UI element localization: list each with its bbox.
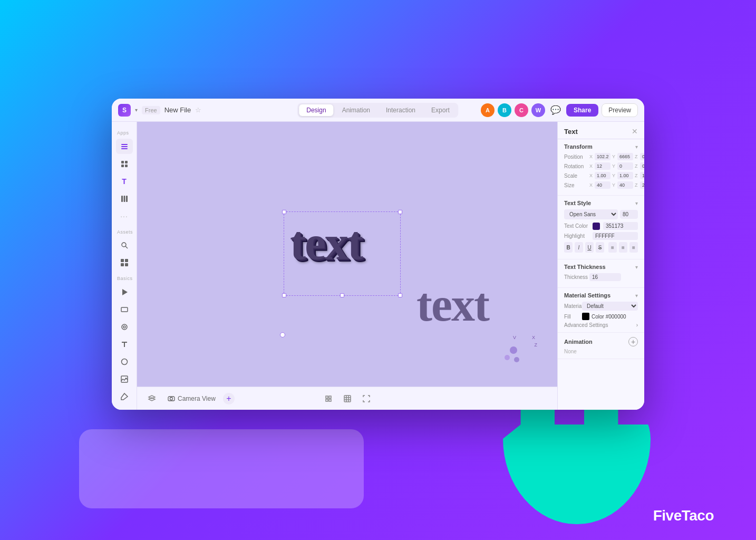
- add-camera-btn[interactable]: +: [223, 393, 235, 404]
- align-right-btn[interactable]: ≡: [629, 242, 638, 253]
- tab-interaction[interactable]: Interaction: [379, 104, 423, 116]
- align-left-btn[interactable]: ≡: [608, 242, 617, 253]
- font-size-input[interactable]: [620, 210, 638, 219]
- camera-view-btn[interactable]: Camera View: [163, 393, 220, 404]
- sidebar-shape-icon[interactable]: [116, 319, 133, 334]
- float-circle-1: [510, 346, 517, 354]
- svg-rect-1: [121, 146, 128, 147]
- thickness-row: Thickness: [564, 273, 638, 281]
- canvas-text-flat[interactable]: text: [416, 277, 489, 332]
- fit-view-btn[interactable]: [321, 391, 336, 406]
- panel-title: Text: [564, 128, 578, 136]
- rotation-row: Rotation X Y Z: [564, 162, 638, 170]
- svg-point-18: [122, 324, 127, 330]
- sidebar-columns-icon[interactable]: [116, 191, 133, 206]
- svg-rect-13: [125, 259, 128, 262]
- animation-label: Animation: [564, 339, 593, 345]
- basics-label: Basics: [112, 276, 133, 281]
- title-bar-right: A B C W 💬 Share Preview: [481, 103, 638, 118]
- scale-z-input[interactable]: [640, 172, 644, 179]
- preview-button[interactable]: Preview: [602, 103, 638, 117]
- sidebar-pen-icon[interactable]: [116, 389, 133, 404]
- svg-rect-15: [125, 263, 128, 266]
- highlight-label: Highlight: [564, 233, 589, 239]
- position-z-input[interactable]: [640, 153, 644, 160]
- scale-y-input[interactable]: [617, 172, 633, 179]
- svg-rect-21: [122, 342, 127, 343]
- float-circle-3: [514, 357, 519, 362]
- avatar-user3: C: [515, 103, 528, 117]
- svg-rect-14: [121, 263, 124, 266]
- sidebar-circle-icon[interactable]: [116, 354, 133, 370]
- sidebar-search-icon[interactable]: [116, 238, 133, 253]
- sidebar-grid-icon[interactable]: [116, 156, 133, 171]
- sidebar-rectangle-icon[interactable]: [116, 302, 133, 317]
- grid-view-btn[interactable]: [340, 391, 355, 406]
- tab-design[interactable]: Design: [299, 104, 333, 116]
- sidebar-more-icon[interactable]: ···: [116, 209, 133, 224]
- camera-view-label: Camera View: [178, 395, 216, 402]
- sidebar-image-icon[interactable]: [116, 372, 133, 387]
- fill-color-swatch[interactable]: [582, 313, 589, 320]
- strikethrough-btn[interactable]: S: [596, 242, 604, 253]
- sidebar-text-tool-icon[interactable]: [116, 336, 133, 352]
- bold-btn[interactable]: B: [564, 242, 573, 253]
- sidebar-layers-icon[interactable]: [116, 139, 133, 154]
- rotation-z-input[interactable]: [640, 162, 644, 170]
- scale-row: Scale X Y Z: [564, 172, 638, 179]
- position-y-input[interactable]: [617, 153, 633, 160]
- comments-icon[interactable]: 💬: [548, 103, 563, 118]
- material-select[interactable]: Default: [582, 302, 638, 311]
- scale-label: Scale: [564, 173, 587, 179]
- layers-toggle-icon[interactable]: [143, 390, 160, 407]
- text-thickness-header[interactable]: Text Thickness ▾: [564, 264, 638, 270]
- size-label: Size: [564, 182, 587, 188]
- scale-x-input[interactable]: [595, 172, 610, 179]
- underline-btn[interactable]: U: [585, 242, 594, 253]
- selection-handle-tl[interactable]: [282, 210, 286, 214]
- frame-view-btn[interactable]: [359, 391, 374, 406]
- canvas-bottom-bar: Camera View +: [137, 387, 557, 410]
- transform-header[interactable]: Transform ▾: [564, 143, 638, 150]
- bg-card-left: [79, 429, 364, 508]
- text-style-header[interactable]: Text Style ▾: [564, 200, 638, 206]
- position-x-input[interactable]: [595, 153, 610, 160]
- text-color-value: 351173: [603, 222, 638, 230]
- sidebar-components-icon[interactable]: [116, 255, 133, 271]
- material-settings-label: Material Settings: [564, 292, 610, 298]
- rotation-x-input[interactable]: [595, 162, 610, 170]
- align-center-btn[interactable]: ≡: [619, 242, 627, 253]
- highlight-value: FFFFFF: [593, 232, 638, 240]
- tab-export[interactable]: Export: [424, 104, 457, 116]
- dropdown-arrow-icon[interactable]: ▾: [135, 107, 138, 113]
- italic-btn[interactable]: I: [575, 242, 583, 253]
- panel-header: Text ✕: [558, 122, 644, 139]
- svg-point-25: [170, 397, 173, 400]
- rotation-y-input[interactable]: [617, 162, 633, 170]
- sidebar-play-icon[interactable]: [116, 284, 133, 300]
- thickness-input[interactable]: [589, 273, 621, 281]
- star-icon[interactable]: ☆: [195, 106, 201, 114]
- material-settings-header[interactable]: Material Settings ▾: [564, 292, 638, 298]
- tab-animation[interactable]: Animation: [335, 104, 377, 116]
- canvas-area[interactable]: text text V X Z Ca: [137, 122, 557, 410]
- share-button[interactable]: Share: [566, 104, 598, 117]
- size-z-input[interactable]: [640, 181, 644, 189]
- advanced-settings-link[interactable]: Advanced Settings ›: [564, 322, 638, 328]
- size-y-input[interactable]: [617, 181, 633, 189]
- text-color-swatch[interactable]: [593, 223, 600, 230]
- svg-rect-29: [329, 399, 331, 401]
- thickness-field-label: Thickness: [564, 274, 587, 280]
- font-family-select[interactable]: Open Sans: [564, 209, 618, 219]
- selection-handle-br[interactable]: [398, 293, 402, 297]
- add-animation-btn[interactable]: +: [628, 337, 638, 346]
- selection-handle-bl[interactable]: [282, 293, 286, 297]
- canvas-text-3d[interactable]: text: [290, 216, 362, 270]
- size-x-input[interactable]: [595, 181, 610, 189]
- selection-handle-tr[interactable]: [398, 210, 402, 214]
- svg-rect-3: [121, 161, 124, 163]
- fill-color-value: Color #000000: [592, 314, 626, 320]
- panel-close-btn[interactable]: ✕: [632, 127, 638, 136]
- selection-handle-bc[interactable]: [340, 293, 344, 297]
- sidebar-text-icon[interactable]: T: [116, 173, 133, 189]
